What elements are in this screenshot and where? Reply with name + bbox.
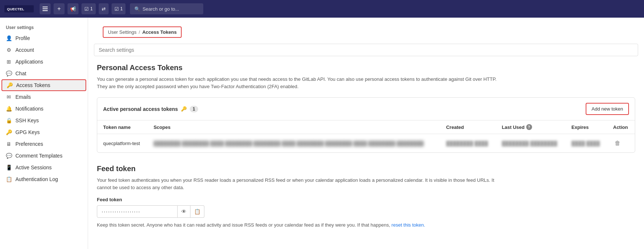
token-lastused-blurred: ████████ ████████ bbox=[502, 141, 557, 146]
gpg-keys-icon: 🔑 bbox=[6, 129, 12, 135]
active-sessions-icon: 📱 bbox=[6, 165, 12, 170]
sidebar-item-notifications[interactable]: 🔔 Notifications bbox=[0, 103, 88, 115]
token-created-blurred: ████████ ████ bbox=[446, 141, 488, 146]
sidebar-item-applications[interactable]: ⊞ Applications bbox=[0, 56, 88, 68]
reveal-token-btn[interactable]: 👁 bbox=[178, 205, 190, 218]
chat-icon: 💬 bbox=[6, 71, 12, 76]
eye-icon: 👁 bbox=[181, 209, 186, 214]
sidebar-item-label: Comment Templates bbox=[15, 153, 62, 159]
applications-icon: ⊞ bbox=[6, 59, 12, 65]
sidebar-item-account[interactable]: ⚙ Account bbox=[0, 44, 88, 56]
access-tokens-icon: 🔑 bbox=[7, 82, 12, 88]
feed-token-note: Keep this token secret. Anyone who has i… bbox=[97, 221, 635, 229]
svg-rect-4 bbox=[43, 10, 48, 11]
sidebar: User settings 👤 Profile ⚙ Account ⊞ Appl… bbox=[0, 18, 88, 249]
token-lastused-cell: ████████ ████████ bbox=[496, 134, 565, 153]
search-placeholder: Search or go to... bbox=[142, 6, 179, 12]
authentication-log-icon: 📋 bbox=[6, 176, 12, 182]
th-last-used: Last Used ? bbox=[496, 120, 565, 134]
token-expires-cell: ████ ████ bbox=[565, 134, 607, 153]
token-action-cell: 🗑 bbox=[607, 134, 635, 153]
feed-token-input-row: 👁 📋 bbox=[97, 205, 635, 218]
copy-token-btn[interactable]: 📋 bbox=[190, 205, 204, 218]
pat-card: Active personal access tokens 🔑 1 Add ne… bbox=[97, 97, 635, 153]
last-used-label: Last Used bbox=[502, 124, 524, 130]
active-tokens-label: Active personal access tokens 🔑 1 bbox=[103, 106, 198, 112]
sidebar-item-label: Authentication Log bbox=[15, 176, 58, 182]
account-icon: ⚙ bbox=[6, 47, 12, 53]
sidebar-item-authentication-log[interactable]: 📋 Authentication Log bbox=[0, 173, 88, 185]
svg-rect-2 bbox=[43, 7, 48, 7]
reset-token-link[interactable]: reset this token. bbox=[392, 222, 425, 228]
breadcrumb: User Settings / Access Tokens bbox=[103, 26, 182, 38]
th-created: Created bbox=[440, 120, 496, 134]
sidebar-section-label: User settings bbox=[0, 21, 88, 32]
content-inner: Personal Access Tokens You can generate … bbox=[88, 64, 644, 238]
broadcast-btn[interactable]: 📢 bbox=[68, 3, 79, 14]
sidebar-item-chat[interactable]: 💬 Chat bbox=[0, 68, 88, 79]
table-row: quecplatform-test ████████ ████████ ████… bbox=[97, 134, 635, 153]
sidebar-item-label: Preferences bbox=[15, 141, 43, 147]
todos-btn[interactable]: ☑ 1 bbox=[81, 3, 96, 14]
svg-rect-3 bbox=[43, 8, 48, 9]
issues-btn[interactable]: ☑ 1 bbox=[112, 3, 126, 14]
sidebar-item-comment-templates[interactable]: 💬 Comment Templates bbox=[0, 150, 88, 162]
search-settings-input[interactable] bbox=[94, 44, 638, 56]
sidebar-item-label: Applications bbox=[15, 59, 43, 65]
new-item-btn[interactable]: + bbox=[54, 3, 65, 14]
sidebar-item-label: Account bbox=[15, 47, 34, 53]
sidebar-item-profile[interactable]: 👤 Profile bbox=[0, 32, 88, 44]
token-scopes-cell: ████████ ████████ ████ ████████ ████████… bbox=[148, 134, 440, 153]
sidebar-item-emails[interactable]: ✉ Emails bbox=[0, 91, 88, 103]
sidebar-item-gpg-keys[interactable]: 🔑 GPG Keys bbox=[0, 126, 88, 138]
ssh-keys-icon: 🔒 bbox=[6, 118, 12, 123]
sidebar-item-label: Active Sessions bbox=[15, 165, 52, 170]
sidebar-toggle-btn[interactable] bbox=[40, 3, 51, 14]
feed-token-label: Feed token bbox=[97, 197, 635, 202]
delete-token-button[interactable]: 🗑 bbox=[613, 138, 622, 148]
logo: QUECTEL bbox=[4, 5, 34, 13]
comment-templates-icon: 💬 bbox=[6, 153, 12, 159]
token-created-cell: ████████ ████ bbox=[440, 134, 496, 153]
emails-icon: ✉ bbox=[6, 94, 12, 100]
token-scopes-blurred: ████████ ████████ ████ ████████ ████████… bbox=[153, 141, 423, 146]
sidebar-item-label: SSH Keys bbox=[15, 118, 39, 123]
svg-text:QUECTEL: QUECTEL bbox=[7, 7, 24, 11]
sidebar-item-active-sessions[interactable]: 📱 Active Sessions bbox=[0, 162, 88, 173]
token-expires-blurred: ████ ████ bbox=[571, 141, 600, 146]
tokens-table: Token name Scopes Created Last Used ? Ex… bbox=[97, 120, 635, 152]
token-name: quecplatform-test bbox=[103, 141, 140, 146]
copy-icon: 📋 bbox=[194, 209, 200, 214]
notifications-icon: 🔔 bbox=[6, 106, 12, 112]
feed-token-input[interactable] bbox=[97, 205, 178, 218]
last-used-info-icon[interactable]: ? bbox=[526, 124, 532, 130]
profile-icon: 👤 bbox=[6, 35, 12, 41]
merge-requests-btn[interactable]: ⇄ bbox=[99, 3, 109, 14]
feed-note-text: Keep this token secret. Anyone who has i… bbox=[97, 222, 392, 228]
topbar: QUECTEL + 📢 ☑ 1 ⇄ ☑ 1 🔍 Search or go to.… bbox=[0, 0, 644, 18]
sidebar-item-label: Chat bbox=[15, 71, 26, 76]
breadcrumb-current: Access Tokens bbox=[142, 29, 177, 35]
pat-section-desc: You can generate a personal access token… bbox=[97, 76, 501, 90]
global-search-btn[interactable]: 🔍 Search or go to... bbox=[130, 3, 203, 14]
sidebar-item-access-tokens[interactable]: 🔑 Access Tokens bbox=[1, 79, 86, 91]
th-action: Action bbox=[607, 120, 635, 134]
main-layout: User settings 👤 Profile ⚙ Account ⊞ Appl… bbox=[0, 18, 644, 249]
breadcrumb-separator: / bbox=[139, 29, 140, 35]
add-new-token-button[interactable]: Add new token bbox=[586, 103, 629, 115]
th-scopes: Scopes bbox=[148, 120, 440, 134]
breadcrumb-parent-link[interactable]: User Settings bbox=[108, 29, 137, 35]
settings-search bbox=[94, 44, 638, 56]
sidebar-item-label: Access Tokens bbox=[16, 82, 50, 88]
issues-count: 1 bbox=[120, 6, 123, 11]
token-name-cell: quecplatform-test bbox=[97, 134, 148, 153]
sidebar-item-ssh-keys[interactable]: 🔒 SSH Keys bbox=[0, 115, 88, 126]
sidebar-item-preferences[interactable]: 🖥 Preferences bbox=[0, 138, 88, 150]
preferences-icon: 🖥 bbox=[6, 141, 12, 147]
sidebar-item-label: Emails bbox=[15, 94, 31, 100]
pat-section-title: Personal Access Tokens bbox=[97, 64, 635, 72]
feed-token-desc: Your feed token authenticates you when y… bbox=[97, 177, 501, 191]
sidebar-item-label: Notifications bbox=[15, 106, 43, 112]
th-expires: Expires bbox=[565, 120, 607, 134]
todos-count: 1 bbox=[90, 6, 93, 11]
